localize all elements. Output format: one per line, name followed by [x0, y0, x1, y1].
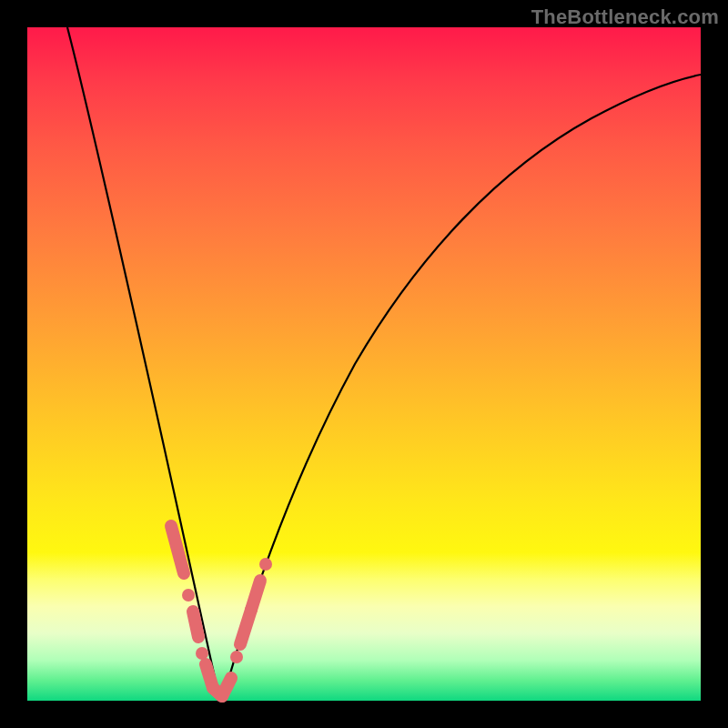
highlight-dot [182, 589, 195, 602]
chart-svg [27, 27, 701, 701]
highlight-seg [222, 678, 231, 696]
highlight-dot [259, 558, 272, 571]
highlight-dot [230, 651, 243, 663]
chart-plot-area [27, 27, 701, 701]
bottleneck-curve [67, 27, 701, 699]
watermark-text: TheBottleneck.com [531, 5, 719, 29]
highlight-seg [251, 581, 260, 610]
highlight-seg [171, 526, 184, 573]
highlight-dot [196, 647, 208, 660]
highlight-seg [193, 612, 198, 637]
